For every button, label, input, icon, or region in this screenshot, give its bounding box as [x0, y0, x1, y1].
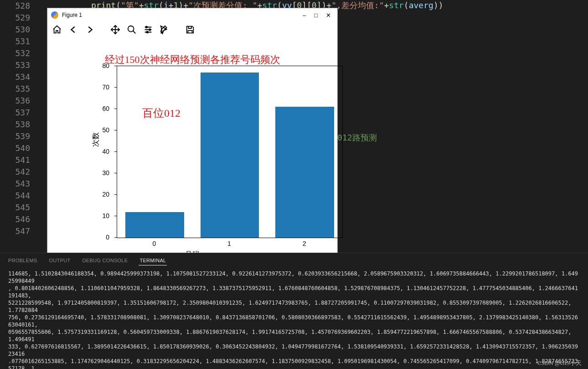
line-number: 535 [0, 83, 40, 95]
line-number-gutter: 5285295305315325335345355365375385395405… [0, 0, 40, 250]
forward-icon[interactable] [85, 25, 95, 35]
figure-window: Figure 1 – □ ✕ 经过150次神经网络预测各推荐号码频次 次数 号码… [47, 8, 337, 256]
bottom-panel: PROBLEMSOUTPUTDEBUG CONSOLETERMINAL 1146… [0, 253, 588, 369]
save-icon[interactable] [185, 25, 195, 35]
line-number: 541 [0, 154, 40, 166]
bar-2 [275, 107, 334, 238]
line-number: 530 [0, 24, 40, 36]
pan-icon[interactable] [110, 25, 120, 35]
y-tick-label: 20 [102, 191, 109, 198]
line-number: 536 [0, 95, 40, 107]
x-tick-label: 2 [303, 240, 306, 247]
figure-titlebar[interactable]: Figure 1 – □ ✕ [47, 8, 337, 22]
line-number: 544 [0, 190, 40, 202]
maximize-button[interactable]: □ [314, 12, 318, 19]
y-tick-label: 40 [102, 148, 109, 155]
code-comment: 012路预测 [337, 132, 377, 143]
line-number: 532 [0, 47, 40, 59]
line-number: 534 [0, 71, 40, 83]
line-number: 540 [0, 142, 40, 154]
terminal-output[interactable]: 114685, 1.5102843046188354, 0.9894425999… [0, 265, 588, 369]
close-button[interactable]: ✕ [326, 12, 331, 19]
edit-icon[interactable] [160, 25, 170, 35]
zoom-icon[interactable] [127, 25, 137, 35]
line-number: 539 [0, 130, 40, 142]
watermark: CSDN @GIS小天 [537, 359, 582, 367]
svg-point-1 [146, 26, 148, 28]
y-tick-label: 10 [102, 212, 109, 219]
home-icon[interactable] [52, 25, 62, 35]
panel-tab-terminal[interactable]: TERMINAL [139, 256, 167, 265]
svg-point-2 [149, 29, 151, 31]
figure-toolbar [47, 22, 337, 37]
x-tick-label: 0 [152, 240, 156, 247]
back-icon[interactable] [68, 25, 78, 35]
line-number: 528 [0, 0, 40, 12]
line-number: 545 [0, 202, 40, 213]
line-number: 531 [0, 36, 40, 47]
svg-point-0 [128, 26, 134, 32]
line-number: 537 [0, 107, 40, 119]
panel-tab-output[interactable]: OUTPUT [48, 256, 72, 265]
chart-title: 经过150次神经网络预测各推荐号码频次 [47, 53, 337, 67]
y-tick-label: 50 [102, 126, 109, 134]
plot-area: 经过150次神经网络预测各推荐号码频次 次数 号码 01020304050607… [47, 37, 337, 256]
chart-annotation: 百位012 [142, 106, 181, 120]
line-number: 546 [0, 213, 40, 225]
line-number: 542 [0, 166, 40, 178]
panel-tab-problems[interactable]: PROBLEMS [7, 256, 38, 265]
svg-point-3 [146, 31, 148, 33]
y-tick-label: 0 [106, 234, 109, 241]
bar-0 [125, 212, 184, 238]
bar-1 [201, 73, 259, 238]
figure-title: Figure 1 [62, 12, 303, 18]
line-number: 533 [0, 59, 40, 71]
minimize-button[interactable]: – [303, 12, 306, 19]
line-number: 547 [0, 225, 40, 237]
line-number: 538 [0, 119, 40, 130]
chart-axes [117, 66, 343, 238]
y-tick-label: 80 [102, 62, 109, 69]
panel-tabs: PROBLEMSOUTPUTDEBUG CONSOLETERMINAL [0, 253, 588, 265]
line-number: 543 [0, 178, 40, 190]
line-number: 529 [0, 12, 40, 24]
panel-tab-debug-console[interactable]: DEBUG CONSOLE [82, 256, 129, 265]
y-tick-label: 70 [102, 83, 109, 91]
configure-icon[interactable] [143, 25, 153, 35]
y-tick-label: 60 [102, 105, 109, 112]
y-axis-label: 次数 [91, 132, 101, 147]
x-tick-label: 1 [227, 240, 231, 247]
y-tick-label: 30 [102, 169, 109, 177]
matplotlib-icon [51, 11, 58, 19]
